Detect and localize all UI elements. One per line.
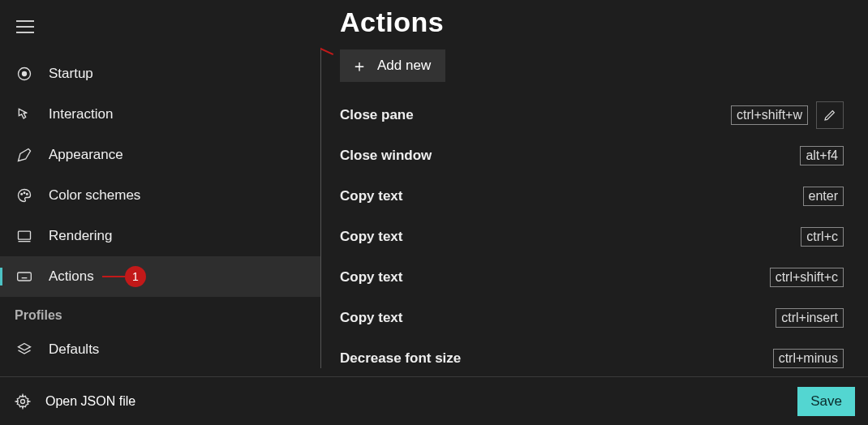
sidebar-item-rendering[interactable]: Rendering (0, 216, 320, 256)
svg-rect-7 (18, 273, 32, 281)
sidebar-item-label: Actions (49, 268, 94, 285)
action-row[interactable]: Copy text ctrl+shift+c (340, 257, 844, 298)
sidebar-item-colorschemes[interactable]: Color schemes (0, 175, 320, 216)
svg-point-1 (23, 72, 27, 76)
key-badge: alt+f4 (800, 146, 844, 165)
sidebar-item-appearance[interactable]: Appearance (0, 135, 320, 175)
action-row[interactable]: Copy text ctrl+c (340, 217, 844, 257)
sidebar-item-interaction[interactable]: Interaction (0, 94, 320, 135)
appearance-icon (15, 145, 34, 165)
open-json-button[interactable]: Open JSON file (15, 393, 135, 410)
sidebar-item-label: Color schemes (49, 187, 140, 204)
rendering-icon (15, 226, 34, 246)
svg-point-4 (27, 194, 28, 195)
gear-icon (15, 393, 31, 410)
main-panel: Actions 2 ＋ Add new Close pane ctrl+shif… (320, 0, 868, 376)
sidebar-item-label: Interaction (49, 106, 113, 122)
sidebar-item-startup[interactable]: Startup (0, 54, 320, 94)
action-label: Copy text (340, 310, 402, 326)
action-row[interactable]: Close pane ctrl+shift+w (340, 95, 844, 135)
action-row[interactable]: Close window alt+f4 (340, 135, 844, 176)
action-label: Copy text (340, 188, 402, 204)
action-label: Copy text (340, 269, 402, 285)
action-label: Close window (340, 148, 432, 164)
plus-icon: ＋ (351, 58, 367, 74)
key-badge: ctrl+insert (776, 308, 844, 328)
action-label: Close pane (340, 107, 414, 123)
key-badge: ctrl+shift+c (770, 268, 844, 287)
callout-line-1 (102, 276, 127, 277)
callout-badge-1: 1 (125, 266, 146, 287)
pencil-icon (823, 109, 836, 122)
action-row[interactable]: Decrease font size ctrl+minus (340, 338, 844, 376)
key-badge: ctrl+shift+w (731, 105, 808, 125)
svg-point-2 (21, 194, 23, 195)
sidebar-item-defaults[interactable]: Defaults (0, 329, 320, 370)
action-label: Decrease font size (340, 350, 461, 367)
sidebar-item-label: Rendering (49, 228, 112, 244)
profiles-section-header: Profiles (0, 297, 320, 329)
sidebar-item-label: Startup (49, 66, 93, 82)
interaction-icon (15, 105, 34, 124)
page-title: Actions (340, 6, 844, 38)
sidebar-item-label: Appearance (49, 147, 123, 163)
action-row[interactable]: Copy text enter (340, 176, 844, 217)
keyboard-icon (15, 267, 34, 286)
svg-point-3 (24, 192, 25, 194)
action-row[interactable]: Copy text ctrl+insert (340, 298, 844, 338)
svg-point-13 (21, 399, 25, 403)
save-button[interactable]: Save (797, 387, 855, 416)
hamburger-menu-button[interactable] (16, 15, 49, 39)
action-label: Copy text (340, 229, 402, 245)
open-json-label: Open JSON file (45, 394, 135, 409)
sidebar: Startup Interaction Appearance Color sch… (0, 0, 320, 376)
add-new-button[interactable]: ＋ Add new (340, 49, 445, 82)
sidebar-item-label: Defaults (49, 341, 99, 358)
key-badge: ctrl+minus (773, 349, 844, 368)
edit-action-button[interactable] (816, 101, 844, 129)
sidebar-item-actions[interactable]: Actions 1 (0, 256, 320, 297)
key-badge: ctrl+c (801, 227, 844, 247)
palette-icon (15, 186, 34, 205)
svg-rect-5 (19, 231, 31, 239)
add-new-label: Add new (377, 58, 431, 74)
key-badge: enter (803, 187, 844, 206)
layers-icon (15, 340, 34, 359)
startup-icon (15, 64, 34, 84)
callout-line-2 (320, 45, 333, 55)
footer-bar: Open JSON file Save (0, 376, 868, 425)
